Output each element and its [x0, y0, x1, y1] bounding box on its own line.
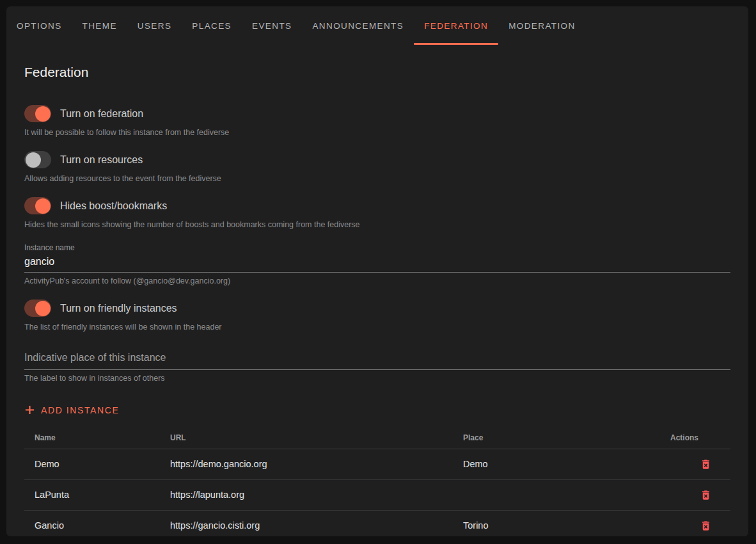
tab-options[interactable]: Options	[6, 6, 72, 45]
table-row: Gancio https://gancio.cisti.org Torino	[24, 510, 730, 536]
instance-name-label: Instance name	[24, 243, 730, 252]
toggle-thumb	[26, 152, 41, 168]
table-row: LaPunta https://lapunta.org	[24, 479, 730, 510]
toggle-thumb	[35, 106, 51, 122]
resources-toggle-hint: Allows adding resources to the event fro…	[24, 174, 730, 183]
table-header-name: Name	[24, 427, 160, 449]
boost-bookmarks-toggle[interactable]	[24, 197, 51, 214]
trash-delete-icon	[700, 520, 712, 532]
cell-place: Demo	[453, 449, 670, 479]
boost-bookmarks-toggle-hint: Hides the small icons showing the number…	[24, 220, 730, 229]
add-instance-button-label: Add Instance	[41, 405, 119, 415]
tab-users[interactable]: Users	[127, 6, 182, 45]
friendly-instances-toggle[interactable]	[24, 300, 51, 317]
tab-moderation[interactable]: Moderation	[498, 6, 586, 45]
setting-hides-boost-bookmarks: Hides boost/bookmarks Hides the small ic…	[24, 197, 730, 229]
instance-place-field-group: The label to show in instances of others	[24, 348, 730, 383]
table-header-url: URL	[160, 427, 453, 449]
plus-icon	[24, 404, 35, 415]
table-header-place: Place	[453, 427, 670, 449]
tab-federation[interactable]: Federation	[414, 6, 498, 45]
instance-name-field-group: Instance name ActivityPub's account to f…	[24, 243, 730, 285]
federation-toggle-hint: It will be possible to follow this insta…	[24, 128, 730, 137]
page-title: Federation	[24, 65, 730, 79]
table-header-actions: Actions	[670, 427, 730, 449]
table-header-row: Name URL Place Actions	[24, 427, 730, 449]
tab-theme[interactable]: Theme	[72, 6, 127, 45]
delete-instance-button[interactable]	[697, 517, 714, 534]
instance-place-input[interactable]	[24, 352, 730, 364]
cell-place: Torino	[453, 510, 670, 536]
instance-name-hint: ActivityPub's account to follow (@gancio…	[24, 276, 730, 285]
instance-place-hint: The label to show in instances of others	[24, 374, 730, 383]
admin-tabbar: Options Theme Users Places Events Announ…	[6, 6, 748, 45]
cell-name: Gancio	[24, 510, 160, 536]
cell-place	[453, 479, 670, 510]
cell-url: https://lapunta.org	[160, 479, 453, 510]
friendly-instances-toggle-label: Turn on friendly instances	[60, 303, 177, 314]
friendly-instances-table: Name URL Place Actions Demo https://demo…	[24, 427, 730, 536]
boost-bookmarks-toggle-label: Hides boost/bookmarks	[60, 200, 167, 212]
resources-toggle[interactable]	[24, 151, 51, 168]
toggle-thumb	[35, 301, 51, 316]
federation-settings: Federation Turn on federation It will be…	[6, 65, 748, 536]
tab-places[interactable]: Places	[182, 6, 242, 45]
setting-turn-on-federation: Turn on federation It will be possible t…	[24, 105, 730, 137]
trash-delete-icon	[700, 458, 712, 470]
admin-panel-card: Options Theme Users Places Events Announ…	[6, 6, 748, 536]
cell-name: LaPunta	[24, 479, 160, 510]
friendly-instances-toggle-hint: The list of friendly instances will be s…	[24, 323, 730, 332]
tab-events[interactable]: Events	[242, 6, 302, 45]
cell-url: https://gancio.cisti.org	[160, 510, 453, 536]
federation-toggle[interactable]	[24, 105, 51, 122]
delete-instance-button[interactable]	[697, 486, 714, 504]
table-row: Demo https://demo.gancio.org Demo	[24, 449, 730, 479]
toggle-thumb	[35, 198, 51, 214]
add-instance-button[interactable]: Add Instance	[24, 401, 124, 419]
cell-url: https://demo.gancio.org	[160, 449, 453, 479]
federation-toggle-label: Turn on federation	[60, 108, 143, 120]
delete-instance-button[interactable]	[697, 456, 714, 473]
cell-name: Demo	[24, 449, 160, 479]
instance-name-input[interactable]	[24, 256, 730, 268]
setting-turn-on-resources: Turn on resources Allows adding resource…	[24, 151, 730, 183]
trash-delete-icon	[700, 489, 712, 501]
setting-friendly-instances: Turn on friendly instances The list of f…	[24, 300, 730, 332]
tab-announcements[interactable]: Announcements	[302, 6, 414, 45]
resources-toggle-label: Turn on resources	[60, 154, 143, 166]
